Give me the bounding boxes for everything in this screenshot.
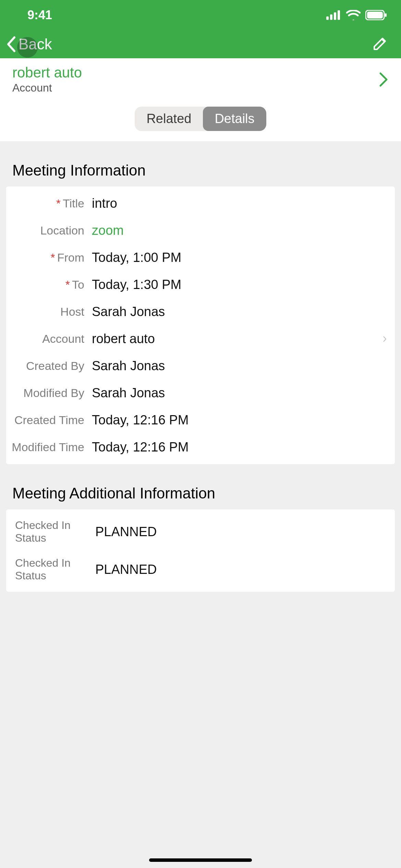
field-row-created-by: Created By Sarah Jonas xyxy=(6,352,395,379)
field-row-location: Location zoom xyxy=(6,217,395,244)
segmented-control-wrap: Related Details xyxy=(0,103,401,141)
field-row-checked-in-1: Checked In Status PLANNED xyxy=(6,513,395,551)
chevron-left-icon xyxy=(5,36,19,52)
field-label: Checked In Status xyxy=(6,557,95,582)
segmented-control: Related Details xyxy=(135,107,266,131)
field-row-title: *Title intro xyxy=(6,190,395,217)
field-row-to: *To Today, 1:30 PM xyxy=(6,271,395,298)
field-label: Modified Time xyxy=(6,441,92,454)
edit-button[interactable] xyxy=(372,35,389,53)
field-label: Created Time xyxy=(6,413,92,427)
status-time: 9:41 xyxy=(27,8,52,22)
wifi-icon xyxy=(346,10,361,20)
field-label: *From xyxy=(6,251,92,264)
battery-icon xyxy=(365,10,387,20)
field-value-account: robert auto xyxy=(92,331,380,346)
cellular-icon xyxy=(326,10,341,20)
tab-details[interactable]: Details xyxy=(203,107,266,131)
account-sublabel: Account xyxy=(12,82,82,94)
svg-rect-6 xyxy=(385,13,387,17)
chevron-right-icon xyxy=(380,333,387,345)
card-additional: Checked In Status PLANNED Checked In Sta… xyxy=(6,509,395,592)
account-header-row[interactable]: robert auto Account xyxy=(0,58,401,103)
field-row-checked-in-2: Checked In Status PLANNED xyxy=(6,551,395,588)
field-value-from: Today, 1:00 PM xyxy=(92,250,387,265)
home-indicator xyxy=(149,858,252,862)
svg-rect-0 xyxy=(326,16,329,20)
field-label: *To xyxy=(6,278,92,291)
field-row-from: *From Today, 1:00 PM xyxy=(6,244,395,271)
field-label: Host xyxy=(6,305,92,318)
section-title-additional: Meeting Additional Information xyxy=(0,464,401,509)
field-label: Checked In Status xyxy=(6,519,95,544)
field-label: Location xyxy=(6,224,92,237)
field-value-created-time: Today, 12:16 PM xyxy=(92,413,387,427)
field-label: Account xyxy=(6,332,92,346)
field-row-created-time: Created Time Today, 12:16 PM xyxy=(6,407,395,434)
field-label: *Title xyxy=(6,197,92,210)
field-value-checked-in-1: PLANNED xyxy=(95,525,387,539)
field-value-checked-in-2: PLANNED xyxy=(95,562,387,577)
status-bar: 9:41 xyxy=(0,0,401,30)
field-row-host: Host Sarah Jonas xyxy=(6,298,395,325)
svg-rect-3 xyxy=(338,10,340,20)
account-name: robert auto xyxy=(12,64,82,81)
field-value-modified-by: Sarah Jonas xyxy=(92,386,387,400)
svg-rect-5 xyxy=(367,12,383,19)
field-row-account[interactable]: Account robert auto xyxy=(6,325,395,352)
field-value-to: Today, 1:30 PM xyxy=(92,277,387,292)
field-label: Created By xyxy=(6,359,92,373)
field-label: Modified By xyxy=(6,386,92,400)
field-value-location[interactable]: zoom xyxy=(92,223,387,238)
touch-indicator xyxy=(17,37,38,58)
field-value-host: Sarah Jonas xyxy=(92,304,387,319)
field-value-title: intro xyxy=(92,196,387,211)
pencil-icon xyxy=(372,35,389,52)
chevron-right-icon xyxy=(379,72,389,87)
status-icons xyxy=(326,10,387,20)
card-meeting-info: *Title intro Location zoom *From Today, … xyxy=(6,186,395,464)
svg-rect-2 xyxy=(334,12,336,20)
field-value-created-by: Sarah Jonas xyxy=(92,359,387,373)
tab-related[interactable]: Related xyxy=(135,107,203,131)
field-row-modified-by: Modified By Sarah Jonas xyxy=(6,379,395,407)
field-value-modified-time: Today, 12:16 PM xyxy=(92,440,387,455)
section-title-meeting-info: Meeting Information xyxy=(0,141,401,186)
nav-bar: Back xyxy=(0,30,401,58)
svg-rect-1 xyxy=(330,14,332,20)
field-row-modified-time: Modified Time Today, 12:16 PM xyxy=(6,434,395,461)
